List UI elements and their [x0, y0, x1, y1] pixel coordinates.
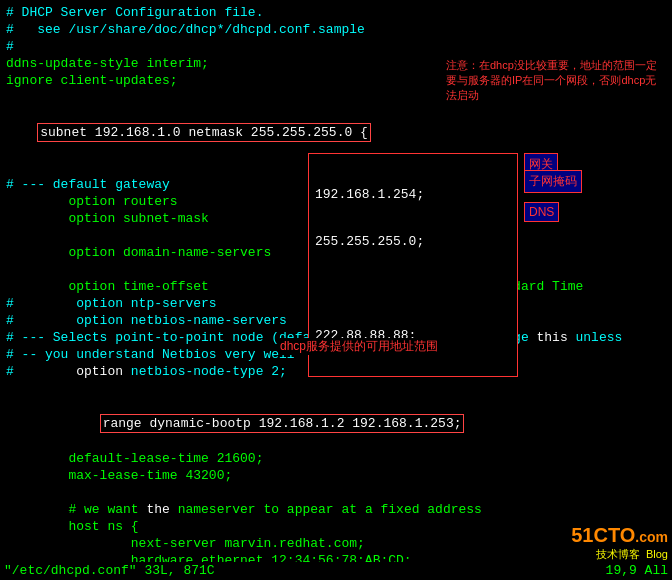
- line-range: range dynamic-bootp 192.168.1.2 192.168.…: [6, 397, 666, 450]
- subnet-value: 255.255.255.0;: [315, 233, 511, 250]
- blank-line: [315, 280, 511, 297]
- line-25: [6, 484, 666, 501]
- line-1: # DHCP Server Configuration file.: [6, 4, 666, 21]
- line-3: #: [6, 38, 666, 55]
- line-28: next-server marvin.redhat.com;: [6, 535, 666, 552]
- gateway-value: 192.168.1.254;: [315, 186, 511, 203]
- dns-value: 222.88.88.88;: [315, 327, 511, 344]
- line-24: max-lease-time 43200;: [6, 467, 666, 484]
- terminal: # DHCP Server Configuration file. # see …: [0, 0, 672, 580]
- top-annotation: 注意：在dhcp没比较重要，地址的范围一定 要与服务器的IP在同一个网段，否则d…: [446, 58, 666, 103]
- status-right: 19,9 All: [606, 562, 668, 580]
- line-26: # we want the nameserver to appear at a …: [6, 501, 666, 518]
- logo-text: 51CTO.com: [571, 524, 668, 546]
- logo-subtitle: 技术博客 Blog: [571, 547, 668, 562]
- subnet-declaration: subnet 192.168.1.0 netmask 255.255.255.0…: [37, 123, 371, 142]
- status-bar: "/etc/dhcpd.conf" 33L, 871C 19,9 All: [0, 562, 672, 580]
- line-27: host ns {: [6, 518, 666, 535]
- line-23: default-lease-time 21600;: [6, 450, 666, 467]
- range-declaration: range dynamic-bootp 192.168.1.2 192.168.…: [100, 414, 465, 433]
- line-2: # see /usr/share/doc/dhcp*/dhcpd.conf.sa…: [6, 21, 666, 38]
- status-left: "/etc/dhcpd.conf" 33L, 871C: [4, 562, 215, 580]
- values-overlay: 192.168.1.254; 255.255.255.0; 222.88.88.…: [308, 153, 518, 377]
- line-21: [6, 380, 666, 397]
- logo-area: 51CTO.com 技术博客 Blog: [571, 524, 668, 562]
- line-subnet: subnet 192.168.1.0 netmask 255.255.255.0…: [6, 106, 666, 159]
